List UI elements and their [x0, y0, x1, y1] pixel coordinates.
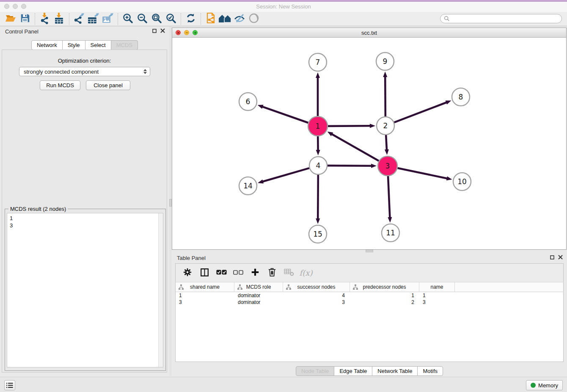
table-settings-button[interactable] — [180, 266, 195, 280]
network-canvas[interactable]: 7968124314101511 — [172, 38, 566, 249]
float-panel-icon[interactable] — [550, 255, 554, 259]
delete-column-button[interactable] — [264, 266, 280, 280]
zoom-selected-button[interactable] — [164, 13, 178, 25]
result-line: 1 — [10, 215, 155, 222]
graph-edge-1-2[interactable] — [328, 126, 371, 126]
control-panel-title: Control Panel — [5, 28, 39, 35]
graph-edge-4-3[interactable] — [328, 166, 372, 166]
tab-motifs[interactable]: Motifs — [417, 366, 443, 376]
table-cell[interactable]: 4 — [283, 292, 350, 299]
graph-node-label-9: 9 — [383, 57, 388, 66]
criterion-value: strongly connected component — [24, 69, 99, 75]
graph-edge-4-15[interactable] — [318, 175, 318, 219]
tab-style[interactable]: Style — [62, 40, 85, 50]
select-all-checkboxes-button[interactable] — [214, 266, 229, 280]
tab-mcds[interactable]: MCDS — [111, 40, 138, 50]
column-header-MCDS-role[interactable]: MCDS role — [234, 282, 283, 292]
open-file-button[interactable] — [3, 13, 18, 25]
column-header-shared-name[interactable]: shared name — [176, 282, 234, 292]
criterion-select[interactable]: strongly connected component — [19, 67, 150, 76]
graph-edge-2-9[interactable] — [385, 76, 385, 116]
graph-edge-4-14[interactable] — [262, 168, 309, 182]
task-history-button[interactable] — [4, 380, 15, 390]
split-panel-icon — [200, 268, 209, 278]
table-cell[interactable]: 3 — [419, 299, 455, 306]
zoom-out-button[interactable] — [135, 13, 149, 25]
import-network-button[interactable] — [38, 13, 52, 25]
save-session-icon — [20, 13, 30, 25]
mcds-result-area[interactable]: 13 — [7, 213, 163, 367]
zoom-in-button[interactable] — [121, 13, 135, 25]
import-table-icon — [53, 12, 65, 25]
splitter-grip[interactable] — [366, 250, 373, 252]
add-column-button[interactable] — [248, 266, 263, 280]
table-row[interactable]: 3dominator323 — [176, 299, 563, 306]
refresh-button[interactable] — [184, 13, 198, 25]
tab-select[interactable]: Select — [85, 40, 111, 50]
column-header-successor-nodes[interactable]: successor nodes — [283, 282, 350, 292]
search-input[interactable] — [452, 15, 561, 22]
export-network-button[interactable] — [72, 13, 86, 25]
application-window: Session: New Session Control Panel — [0, 0, 567, 392]
result-scrollbar[interactable] — [158, 213, 163, 367]
network-title: scc.txt — [172, 30, 566, 36]
float-panel-icon[interactable] — [152, 29, 157, 33]
graph-edge-1-6[interactable] — [262, 107, 308, 123]
split-panel-button[interactable] — [197, 266, 212, 280]
graph-node-label-15: 15 — [313, 230, 322, 238]
graph-edge-arrow-4-14 — [258, 179, 264, 184]
table-header-row: shared nameMCDS rolesuccessor nodesprede… — [176, 282, 563, 292]
table-cell[interactable]: 3 — [176, 299, 234, 306]
column-header-name[interactable]: name — [419, 282, 455, 292]
graph-edge-3-10[interactable] — [397, 168, 447, 179]
close-panel-icon[interactable] — [160, 28, 165, 33]
network-titlebar[interactable]: scc.txt — [172, 28, 566, 38]
toolbar-separator — [118, 13, 118, 25]
graph-edge-2-8[interactable] — [394, 102, 447, 122]
table-cell[interactable]: 2 — [350, 299, 419, 306]
window-title: Session: New Session — [0, 3, 567, 10]
delete-column-icon — [268, 268, 276, 278]
memory-label: Memory — [538, 382, 558, 389]
tab-network-table[interactable]: Network Table — [372, 366, 418, 376]
table-cell[interactable]: dominator — [234, 299, 283, 306]
export-table-button[interactable] — [86, 13, 101, 25]
table-row[interactable]: 1dominator411 — [176, 292, 563, 299]
control-panel-header: Control Panel — [0, 26, 169, 37]
fx-button: f(x) — [298, 266, 314, 280]
graph-node-label-4: 4 — [316, 161, 321, 170]
copy-network-document-button[interactable] — [204, 13, 218, 25]
main-toolbar — [0, 12, 567, 26]
zoom-in-icon — [122, 13, 134, 25]
export-image-button[interactable] — [101, 13, 115, 25]
deselect-all-checkboxes-button[interactable] — [231, 266, 246, 280]
optimization-criterion-label: Optimization criterion: — [2, 58, 167, 64]
import-network-icon — [39, 12, 51, 25]
graph-node-label-14: 14 — [243, 182, 253, 190]
search-box[interactable] — [440, 14, 562, 23]
table-cell[interactable]: 1 — [176, 292, 234, 299]
tab-node-table[interactable]: Node Table — [296, 366, 335, 376]
horizontal-splitter[interactable] — [172, 250, 567, 253]
close-panel-icon[interactable] — [558, 255, 563, 259]
column-header-predecessor-nodes[interactable]: predecessor nodes — [350, 282, 419, 292]
import-table-button[interactable] — [52, 13, 66, 25]
zoom-fit-button[interactable] — [149, 13, 164, 25]
hide-details-button[interactable] — [232, 13, 247, 25]
graph-edge-arrow-1-2 — [370, 124, 375, 128]
save-session-button[interactable] — [18, 13, 32, 25]
table-panel: Table Panel f(x) shared nameMCDS rolesuc… — [172, 253, 567, 366]
table-cell[interactable]: 3 — [283, 299, 350, 306]
table-cell[interactable]: 1 — [350, 292, 419, 299]
graph-edge-3-1[interactable] — [331, 134, 379, 161]
graph-edge-2-3[interactable] — [386, 135, 387, 150]
memory-button[interactable]: Memory — [526, 380, 563, 390]
table-cell[interactable]: dominator — [234, 292, 283, 299]
close-panel-button[interactable]: Close panel — [86, 80, 130, 90]
tab-network[interactable]: Network — [31, 40, 63, 50]
table-cell[interactable]: 1 — [419, 292, 455, 299]
home-button[interactable] — [218, 13, 232, 25]
run-mcds-button[interactable]: Run MCDS — [40, 80, 80, 90]
tab-edge-table[interactable]: Edge Table — [334, 366, 372, 376]
graph-edge-3-11[interactable] — [388, 176, 390, 218]
